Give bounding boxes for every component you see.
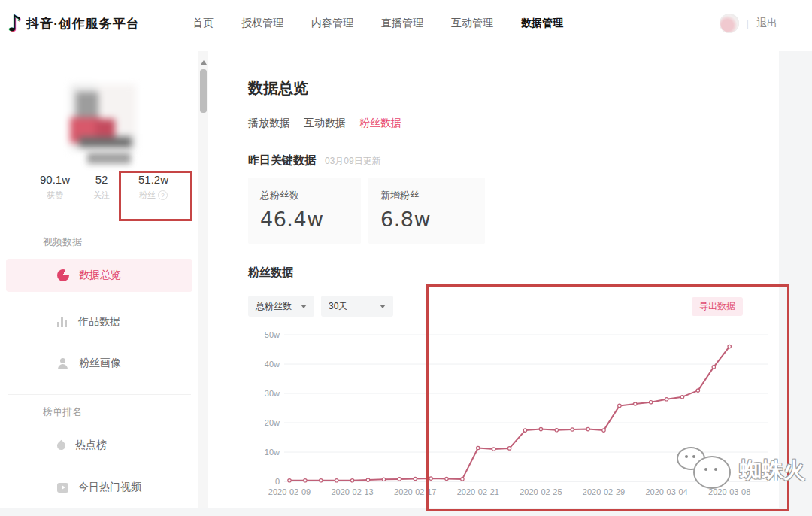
logout-button[interactable]: 退出 xyxy=(756,17,777,30)
svg-text:40w: 40w xyxy=(265,360,280,369)
svg-text:30w: 30w xyxy=(265,389,280,398)
key-data-title: 昨日关键数据 xyxy=(248,153,316,168)
svg-text:2020-02-21: 2020-02-21 xyxy=(457,487,499,496)
tab-play-data[interactable]: 播放数据 xyxy=(248,117,290,130)
svg-text:10w: 10w xyxy=(265,448,280,457)
stat-following-value: 52 xyxy=(81,173,122,186)
sidebar-divider xyxy=(8,394,191,395)
key-data-updated: 03月09日更新 xyxy=(325,155,381,168)
data-tabs: 播放数据 互动数据 粉丝数据 xyxy=(248,117,401,130)
key-data-header: 昨日关键数据 03月09日更新 xyxy=(248,153,381,168)
nav-item-interaction[interactable]: 互动管理 xyxy=(451,17,493,30)
range-select-value: 30天 xyxy=(329,300,347,313)
scrollbar-up-arrow-icon[interactable] xyxy=(201,60,207,65)
sidebar-item-label: 热点榜 xyxy=(75,439,107,452)
sidebar-item-hot-list[interactable]: 热点榜 xyxy=(6,429,192,462)
user-name-blurred xyxy=(87,153,131,164)
stat-fans-value: 51.2w xyxy=(125,173,182,186)
svg-text:2020-03-04: 2020-03-04 xyxy=(645,487,687,496)
sidebar-section-rankings: 榜单排名 xyxy=(43,405,82,419)
card-label: 总粉丝数 xyxy=(260,189,349,202)
sidebar: 90.1w 获赞 52 关注 51.2w 粉丝 ? 视频数据 数据总览 作品数据… xyxy=(0,51,198,508)
tab-fans-data[interactable]: 粉丝数据 xyxy=(359,117,401,130)
svg-text:2020-03-08: 2020-03-08 xyxy=(708,487,750,496)
header-avatar[interactable] xyxy=(720,14,739,33)
metric-select-value: 总粉丝数 xyxy=(256,300,292,313)
stat-following-label: 关注 xyxy=(81,190,122,201)
tabs-divider xyxy=(227,144,777,144)
stat-fans: 51.2w 粉丝 ? xyxy=(125,173,182,201)
chevron-down-icon xyxy=(301,305,307,308)
user-avatar-blurred xyxy=(70,84,136,150)
sidebar-item-today-hot-videos[interactable]: 今日热门视频 xyxy=(6,471,192,504)
sidebar-item-label: 作品数据 xyxy=(78,315,120,329)
stat-likes-value: 90.1w xyxy=(30,173,80,186)
brand-logo[interactable]: ♪ 抖音·创作服务平台 xyxy=(8,0,140,47)
scrollbar-thumb[interactable] xyxy=(200,69,207,113)
stat-following: 52 关注 xyxy=(81,173,122,201)
sidebar-item-data-overview[interactable]: 数据总览 xyxy=(6,259,192,292)
help-icon[interactable]: ? xyxy=(158,190,168,200)
fans-section-title: 粉丝数据 xyxy=(248,266,293,280)
sidebar-item-label: 今日热门视频 xyxy=(78,481,141,494)
user-icon xyxy=(57,358,69,369)
fans-line-chart: 50w40w30w20w10w02020-02-092020-02-132020… xyxy=(248,325,782,509)
chevron-down-icon xyxy=(380,305,386,308)
sidebar-item-works-data[interactable]: 作品数据 xyxy=(6,305,192,338)
card-value: 6.8w xyxy=(380,208,473,231)
svg-text:0: 0 xyxy=(275,477,280,486)
nav-item-live[interactable]: 直播管理 xyxy=(381,17,423,30)
sidebar-scrollbar[interactable] xyxy=(198,51,208,508)
top-header: ♪ 抖音·创作服务平台 首页 授权管理 内容管理 直播管理 互动管理 数据管理 … xyxy=(0,0,812,47)
export-data-button[interactable]: 导出数据 xyxy=(692,297,743,316)
sidebar-divider xyxy=(8,223,191,223)
nav-item-auth[interactable]: 授权管理 xyxy=(241,17,283,30)
page-background-bottom xyxy=(0,508,812,516)
card-total-fans: 总粉丝数 46.4w xyxy=(248,178,361,244)
sidebar-item-label: 粉丝画像 xyxy=(79,357,121,370)
card-new-fans: 新增粉丝 6.8w xyxy=(368,178,485,244)
main-nav: 首页 授权管理 内容管理 直播管理 互动管理 数据管理 xyxy=(192,0,563,47)
douyin-creator-platform: ♪ 抖音·创作服务平台 首页 授权管理 内容管理 直播管理 互动管理 数据管理 … xyxy=(0,0,812,516)
tab-interaction-data[interactable]: 互动数据 xyxy=(304,117,346,130)
video-icon xyxy=(57,483,68,493)
svg-text:2020-02-09: 2020-02-09 xyxy=(268,487,311,496)
nav-item-data[interactable]: 数据管理 xyxy=(521,17,563,30)
header-account-area: | 退出 xyxy=(720,0,777,47)
sidebar-section-video-data: 视频数据 xyxy=(43,235,82,249)
svg-text:50w: 50w xyxy=(265,330,280,339)
header-divider: | xyxy=(747,18,749,29)
flame-icon xyxy=(56,439,68,451)
card-label: 新增粉丝 xyxy=(380,189,473,202)
svg-text:20w: 20w xyxy=(265,418,280,427)
stat-likes: 90.1w 获赞 xyxy=(30,173,80,201)
bar-chart-icon xyxy=(57,317,68,327)
fans-chart-svg: 50w40w30w20w10w02020-02-092020-02-132020… xyxy=(248,325,782,509)
svg-text:2020-02-17: 2020-02-17 xyxy=(394,487,436,496)
svg-text:2020-02-29: 2020-02-29 xyxy=(583,487,625,496)
page-title: 数据总览 xyxy=(248,78,308,99)
metric-select[interactable]: 总粉丝数 xyxy=(248,296,314,317)
sidebar-item-label: 数据总览 xyxy=(79,269,121,282)
brand-title: 抖音·创作服务平台 xyxy=(26,15,140,32)
page-background-right xyxy=(779,51,812,516)
pie-chart-icon xyxy=(57,269,69,281)
stat-fans-label: 粉丝 ? xyxy=(125,190,182,201)
stat-fans-label-text: 粉丝 xyxy=(139,190,156,201)
range-select[interactable]: 30天 xyxy=(321,296,393,317)
svg-text:2020-02-13: 2020-02-13 xyxy=(331,487,373,496)
nav-item-home[interactable]: 首页 xyxy=(192,17,214,30)
sidebar-item-fan-portrait[interactable]: 粉丝画像 xyxy=(6,347,192,380)
douyin-note-icon: ♪ xyxy=(8,12,22,35)
svg-text:2020-02-25: 2020-02-25 xyxy=(520,487,562,496)
card-value: 46.4w xyxy=(260,208,349,231)
stat-likes-label: 获赞 xyxy=(30,190,80,201)
nav-item-content[interactable]: 内容管理 xyxy=(311,17,353,30)
